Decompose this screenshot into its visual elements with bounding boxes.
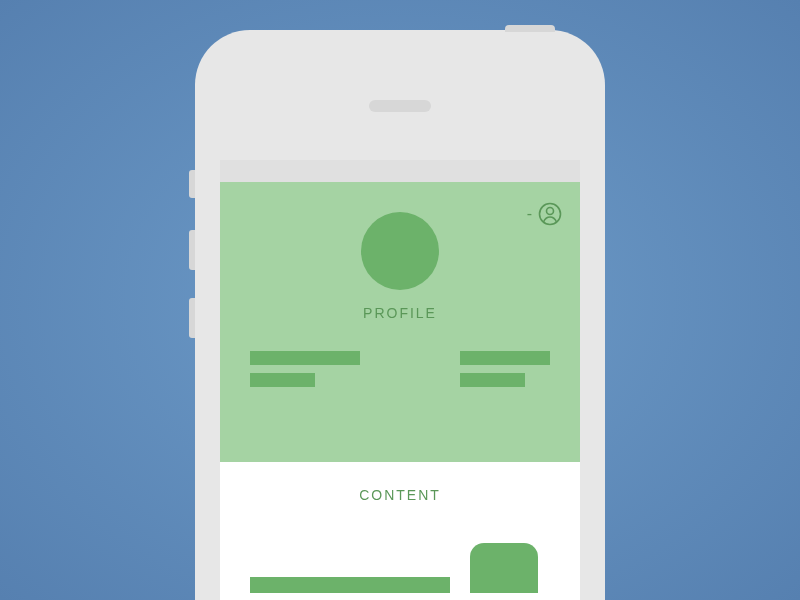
phone-speaker — [369, 100, 431, 112]
phone-screen: - PROFILE — [220, 160, 580, 600]
content-section: CONTENT — [220, 462, 580, 593]
phone-volume-up — [189, 230, 195, 270]
phone-volume-down — [189, 298, 195, 338]
user-icon[interactable] — [538, 202, 562, 226]
profile-label: PROFILE — [220, 305, 580, 321]
profile-info-left — [250, 351, 360, 387]
info-placeholder — [250, 351, 360, 365]
profile-section: - PROFILE — [220, 182, 580, 462]
info-placeholder — [460, 351, 550, 365]
svg-point-1 — [547, 208, 554, 215]
phone-power-button — [505, 25, 555, 32]
profile-info-right — [460, 351, 550, 387]
dash-text: - — [527, 205, 532, 223]
info-placeholder — [250, 373, 315, 387]
user-icon-row: - — [527, 202, 562, 226]
status-bar — [220, 160, 580, 182]
phone-mute-switch — [189, 170, 195, 198]
content-block[interactable] — [470, 543, 538, 593]
content-items — [220, 543, 580, 593]
profile-avatar[interactable] — [361, 212, 439, 290]
content-label: CONTENT — [220, 487, 580, 503]
phone-frame: - PROFILE — [195, 30, 605, 600]
profile-info — [220, 351, 580, 387]
info-placeholder — [460, 373, 525, 387]
content-placeholder — [250, 577, 450, 593]
